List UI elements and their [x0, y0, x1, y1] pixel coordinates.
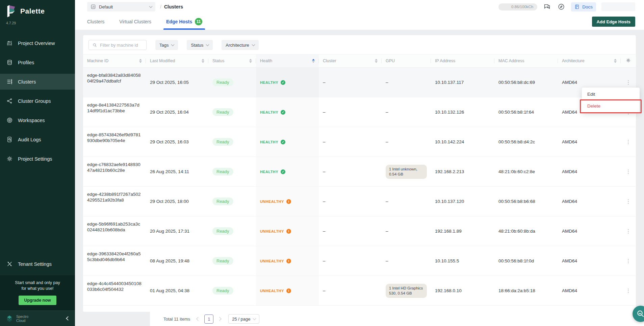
health-cell: HEALTHY	[256, 127, 319, 157]
context-menu-delete[interactable]: Delete	[582, 100, 640, 112]
tab-edge-hosts[interactable]: Edge Hosts 11	[166, 14, 202, 30]
docs-button[interactable]: Docs	[571, 2, 596, 11]
table-header: Machine IDLast ModifiedStatusHealthClust…	[83, 54, 636, 68]
sidebar-nav: Project Overview Profiles Clusters Clust…	[0, 35, 75, 170]
column-header-cluster[interactable]: Cluster	[319, 54, 382, 67]
spectro-cloud-logo-icon	[5, 315, 14, 323]
sidebar-item-project-overview[interactable]: Project Overview	[0, 35, 75, 51]
health-badge: HEALTHY	[260, 80, 285, 85]
architecture-filter-dropdown[interactable]: Architecture	[222, 40, 258, 50]
architecture-cell: AMD64	[558, 246, 621, 276]
cluster-cell: –	[319, 68, 382, 97]
row-actions-kebab-icon[interactable]: ⋮	[626, 198, 631, 205]
column-header-machine-id[interactable]: Machine ID	[83, 54, 146, 67]
sidebar-item-cluster-groups[interactable]: Cluster Groups	[0, 93, 75, 109]
column-settings-gear-icon[interactable]	[625, 57, 631, 64]
breadcrumb: / Clusters	[160, 4, 183, 9]
row-actions-kebab-icon[interactable]: ⋮	[626, 139, 631, 145]
table-row: edge-8e41384227563a7d14df9f1d1ac73bbe 29…	[83, 97, 636, 127]
column-header-status[interactable]: Status	[208, 54, 256, 67]
health-badge: UNHEALTHY	[260, 199, 291, 204]
status-cell: Ready	[208, 68, 256, 97]
health-cell: UNHEALTHY	[256, 276, 319, 305]
architecture-cell: AMD64	[558, 157, 621, 186]
column-header-last-modified[interactable]: Last Modified	[146, 54, 208, 67]
tags-filter-dropdown[interactable]: Tags	[155, 40, 178, 50]
sidebar-item-clusters[interactable]: Clusters	[0, 74, 75, 90]
search-input[interactable]	[100, 43, 143, 48]
sort-icon	[375, 59, 378, 63]
next-page-icon[interactable]	[218, 317, 222, 321]
row-actions-cell: ⋮	[621, 246, 636, 276]
upgrade-now-button[interactable]: Upgrade now	[19, 296, 56, 305]
status-cell: Ready	[208, 246, 256, 276]
machine-id-cell: edge-c76832aefe914893047a48210b60c28e	[83, 157, 146, 186]
edge-hosts-card: Tags Status Architecture Machine IDLast …	[83, 35, 636, 312]
sort-icon	[202, 59, 204, 63]
prev-page-icon[interactable]	[197, 317, 200, 321]
mac-address-cell: 48:21:0b:60:8b:da	[494, 216, 558, 246]
chevron-down-icon	[149, 5, 153, 8]
collapse-sidebar-icon[interactable]	[66, 316, 70, 321]
sidebar-item-audit-logs[interactable]: Audit Logs	[0, 132, 75, 147]
row-actions-kebab-icon[interactable]: ⋮	[626, 258, 631, 264]
cluster-cell: –	[319, 276, 382, 305]
book-icon	[574, 4, 580, 9]
breadcrumb-clusters[interactable]: Clusters	[164, 4, 183, 9]
project-selected-value: Default	[99, 4, 113, 9]
feedback-chat-icon[interactable]	[543, 2, 551, 11]
machine-id-search	[88, 40, 147, 50]
table-row: edge-5b96f691ab253ca3c02448210b608bda 20…	[83, 216, 636, 246]
table-row: edge-857438426ef9d9781930dbe90b705e4e 29…	[83, 127, 636, 157]
cluster-cell: –	[319, 246, 382, 276]
row-context-menu: Edit Delete	[582, 88, 640, 113]
brand-name: Spectro Cloud	[16, 315, 28, 323]
gpu-cell: –	[382, 246, 431, 276]
row-actions-kebab-icon[interactable]: ⋮	[626, 287, 631, 294]
row-actions-kebab-icon[interactable]: ⋮	[626, 79, 631, 86]
sidebar-item-profiles[interactable]: Profiles	[0, 54, 75, 70]
health-cell: UNHEALTHY	[256, 246, 319, 276]
gpu-cell: –	[382, 97, 431, 127]
tab-clusters[interactable]: Clusters	[87, 14, 104, 30]
app-name: Palette	[20, 7, 45, 15]
pagination-bar: Total 11 items 1 25 / page	[150, 312, 644, 326]
row-actions-cell: ⋮	[621, 276, 636, 305]
status-filter-dropdown[interactable]: Status	[187, 40, 213, 50]
status-cell: Ready	[208, 187, 256, 216]
edge-hosts-table: Machine IDLast ModifiedStatusHealthClust…	[83, 54, 636, 312]
tab-bar: Clusters Virtual Clusters Edge Hosts 11 …	[75, 14, 644, 30]
architecture-cell: AMD64	[558, 216, 621, 246]
network-icon	[6, 98, 13, 104]
page-number-button[interactable]: 1	[204, 315, 213, 324]
machine-id-cell: edge-4c4c4544003450108033b6c04f504432	[83, 276, 146, 305]
palette-logo-icon	[5, 5, 17, 18]
health-status-icon	[286, 259, 291, 263]
compass-explore-icon[interactable]	[557, 2, 566, 11]
row-actions-kebab-icon[interactable]: ⋮	[626, 228, 631, 234]
sidebar-item-tenant-settings[interactable]: Tenant Settings	[0, 256, 75, 272]
project-chart-icon	[91, 4, 96, 9]
layers-icon	[6, 59, 13, 66]
sidebar-item-workspaces[interactable]: Workspaces	[0, 112, 75, 128]
health-cell: UNHEALTHY	[256, 187, 319, 216]
gpu-cell: –	[382, 127, 431, 157]
add-edge-hosts-button[interactable]: Add Edge Hosts	[592, 17, 635, 27]
edge-hosts-count-badge: 11	[195, 18, 202, 25]
tools-icon	[6, 261, 13, 267]
column-header-gpu: GPU	[382, 54, 431, 67]
health-badge: HEALTHY	[260, 169, 285, 174]
sidebar-item-project-settings[interactable]: Project Settings	[0, 151, 75, 167]
usage-badge: 0.86/100kCh	[498, 3, 537, 10]
tab-virtual-clusters[interactable]: Virtual Clusters	[119, 14, 151, 30]
row-actions-kebab-icon[interactable]: ⋮	[626, 168, 631, 175]
machine-id-cell: edge-396338420e4f260a55c3bbd046db9b64	[83, 246, 146, 276]
table-row: edge-396338420e4f260a55c3bbd046db9b64 08…	[83, 246, 636, 276]
content-area: Tags Status Architecture Machine IDLast …	[75, 30, 644, 326]
column-header-health[interactable]: Health	[256, 54, 319, 67]
project-scope-dropdown[interactable]: Default	[87, 2, 155, 11]
page-size-select[interactable]: 25 / page	[228, 314, 259, 324]
column-header-architecture[interactable]: Architecture	[558, 54, 621, 67]
table-row: edge-bfa83842a83d8405804f29a47ddbafcf 29…	[83, 68, 636, 97]
context-menu-edit[interactable]: Edit	[582, 88, 640, 100]
